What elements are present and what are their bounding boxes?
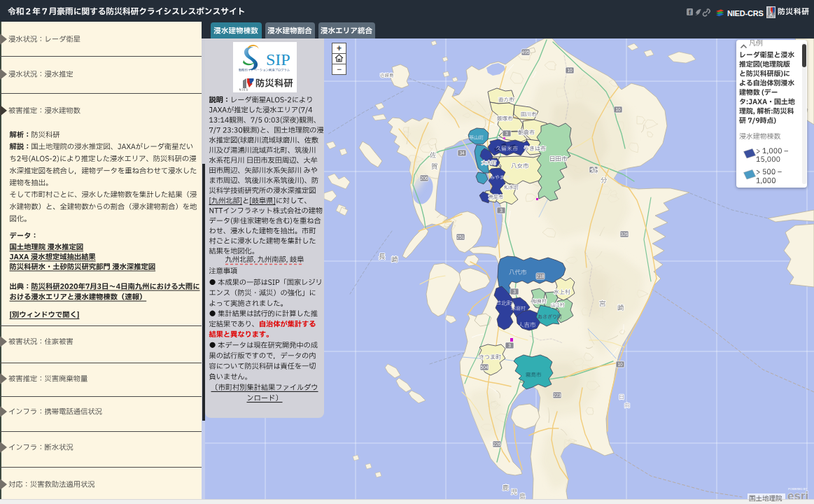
svg-text:3: 3 [513,289,516,294]
svg-text:3: 3 [500,208,503,213]
svg-text:495: 495 [522,50,530,55]
svg-text:NIED-CRS: NIED-CRS [727,9,764,18]
svg-text:326: 326 [621,232,629,237]
svg-text:10: 10 [615,107,621,112]
svg-text:10: 10 [617,362,623,367]
svg-text:223: 223 [554,393,561,398]
svg-text:SIP: SIP [266,50,290,69]
svg-text:206: 206 [421,176,428,181]
svg-text:N I E D: N I E D [767,15,775,18]
svg-text:3: 3 [508,343,511,348]
svg-text:3: 3 [505,131,508,136]
svg-text:10: 10 [567,68,573,73]
svg-text:504: 504 [481,365,489,370]
svg-text:34: 34 [459,150,465,155]
svg-text:10: 10 [591,167,596,172]
svg-text:251: 251 [457,234,465,239]
svg-text:218: 218 [537,274,545,279]
svg-text:226: 226 [493,442,501,447]
